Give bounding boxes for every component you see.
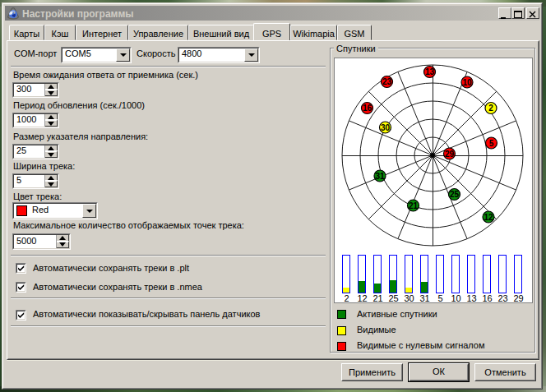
- svg-text:31: 31: [375, 172, 385, 181]
- svg-text:16: 16: [482, 293, 492, 303]
- svg-text:2: 2: [488, 104, 493, 113]
- svg-text:21: 21: [409, 201, 419, 210]
- svg-text:10: 10: [462, 78, 472, 87]
- svg-text:2: 2: [344, 293, 349, 303]
- svg-text:5: 5: [489, 139, 494, 148]
- svg-text:30: 30: [381, 123, 391, 132]
- svg-text:21: 21: [372, 293, 382, 303]
- svg-text:23: 23: [497, 293, 507, 303]
- svg-text:29: 29: [513, 293, 523, 303]
- svg-text:10: 10: [451, 293, 460, 303]
- svg-text:25: 25: [450, 190, 460, 199]
- svg-text:23: 23: [382, 77, 392, 86]
- svg-text:12: 12: [484, 213, 493, 222]
- svg-text:12: 12: [357, 293, 367, 303]
- svg-text:31: 31: [419, 293, 429, 303]
- svg-text:30: 30: [404, 293, 414, 303]
- svg-text:5: 5: [437, 293, 442, 303]
- svg-text:16: 16: [363, 104, 372, 113]
- svg-text:29: 29: [445, 150, 455, 159]
- svg-text:13: 13: [425, 67, 435, 76]
- svg-text:13: 13: [466, 293, 476, 303]
- svg-text:25: 25: [388, 293, 398, 303]
